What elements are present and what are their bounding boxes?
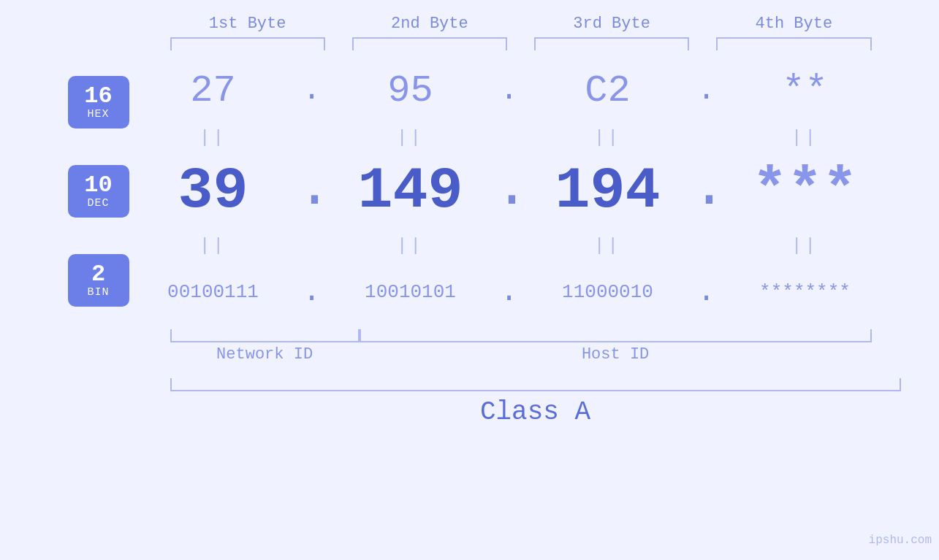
- dot-1-dec: .: [297, 159, 327, 223]
- bin-badge: 2 BIN: [68, 254, 129, 307]
- dec-cell-2: 149: [327, 162, 495, 220]
- bin-row: 00100111 . 10010101 . 11000010 . *******…: [129, 259, 889, 325]
- hex-value-4: **: [782, 69, 827, 112]
- bracket-2: [352, 37, 507, 50]
- bin-value-4: ********: [759, 281, 851, 303]
- byte-label-1: 1st Byte: [170, 15, 325, 37]
- eq-2-4: ||: [721, 236, 889, 256]
- network-bracket: [170, 329, 360, 342]
- top-brackets: [170, 37, 872, 50]
- dec-value-3: 194: [555, 158, 660, 224]
- host-id-label: Host ID: [360, 345, 872, 364]
- hex-badge: 16 HEX: [68, 76, 129, 129]
- dec-cell-1: 39: [129, 162, 297, 220]
- bin-name: BIN: [87, 286, 109, 299]
- hex-value-3: C2: [585, 69, 630, 112]
- hex-value-1: 27: [190, 69, 235, 112]
- dot-1-hex: .: [297, 75, 327, 106]
- dec-row: 39 . 149 . 194 . ***: [129, 151, 889, 231]
- dot-3-hex: .: [692, 75, 721, 106]
- dot-3-dec: .: [692, 159, 721, 223]
- bin-cell-4: ********: [721, 281, 889, 303]
- main-container: 1st Byte 2nd Byte 3rd Byte 4th Byte 16 H…: [68, 0, 872, 427]
- dot-3-bin: .: [692, 277, 721, 307]
- hex-cell-3: C2: [524, 69, 692, 112]
- eq-1-1: ||: [129, 128, 297, 147]
- hex-row: 27 . 95 . C2 . **: [129, 58, 889, 123]
- hex-cell-4: **: [721, 69, 889, 112]
- bottom-brackets: [170, 329, 872, 342]
- hex-name: HEX: [87, 108, 109, 120]
- bottom-labels: Network ID Host ID: [170, 345, 872, 364]
- bin-value-2: 10010101: [365, 281, 456, 303]
- hex-cell-1: 27: [129, 69, 297, 112]
- full-bracket: [170, 378, 901, 391]
- dot-2-hex: .: [495, 75, 524, 106]
- host-bracket: [360, 329, 872, 342]
- bin-value-3: 11000010: [562, 281, 653, 303]
- byte-label-2: 2nd Byte: [352, 15, 507, 37]
- bin-cell-2: 10010101: [327, 281, 495, 303]
- eq-1-4: ||: [721, 128, 889, 147]
- class-label: Class A: [480, 397, 590, 427]
- dec-number: 10: [84, 174, 112, 197]
- dot-2-bin: .: [495, 277, 524, 307]
- bottom-section: Network ID Host ID: [170, 329, 872, 364]
- dec-name: DEC: [87, 197, 109, 210]
- bin-cell-1: 00100111: [129, 281, 297, 303]
- dec-value-2: 149: [357, 158, 463, 224]
- bracket-4: [716, 37, 871, 50]
- dot-2-dec: .: [495, 159, 524, 223]
- dec-value-4: ***: [752, 158, 857, 224]
- equals-row-2: || || || ||: [129, 231, 889, 259]
- network-id-label: Network ID: [170, 345, 360, 364]
- content-area: 16 HEX 10 DEC 2 BIN 27 . 95: [68, 58, 872, 325]
- byte-label-4: 4th Byte: [716, 15, 871, 37]
- dec-badge: 10 DEC: [68, 165, 129, 218]
- eq-2-1: ||: [129, 236, 297, 256]
- bin-cell-3: 11000010: [524, 281, 692, 303]
- dec-cell-4: ***: [721, 162, 889, 220]
- bin-value-1: 00100111: [167, 281, 259, 303]
- eq-2-3: ||: [524, 236, 692, 256]
- equals-row-1: || || || ||: [129, 123, 889, 151]
- hex-cell-2: 95: [327, 69, 495, 112]
- bracket-1: [170, 37, 325, 50]
- hex-value-2: 95: [387, 69, 433, 112]
- eq-2-2: ||: [327, 236, 495, 256]
- byte-label-3: 3rd Byte: [534, 15, 689, 37]
- dec-cell-3: 194: [524, 162, 692, 220]
- rows-container: 27 . 95 . C2 . ** || ||: [129, 58, 889, 325]
- eq-1-2: ||: [327, 128, 495, 147]
- eq-1-3: ||: [524, 128, 692, 147]
- watermark: ipshu.com: [869, 534, 932, 547]
- bracket-3: [534, 37, 689, 50]
- bin-number: 2: [91, 263, 105, 286]
- full-bracket-row: Class A: [170, 378, 872, 427]
- dec-value-1: 39: [178, 158, 248, 224]
- hex-number: 16: [84, 85, 112, 108]
- base-labels: 16 HEX 10 DEC 2 BIN: [68, 58, 129, 325]
- class-label-row: Class A: [170, 397, 901, 427]
- header-row: 1st Byte 2nd Byte 3rd Byte 4th Byte: [170, 15, 872, 37]
- dot-1-bin: .: [297, 277, 327, 307]
